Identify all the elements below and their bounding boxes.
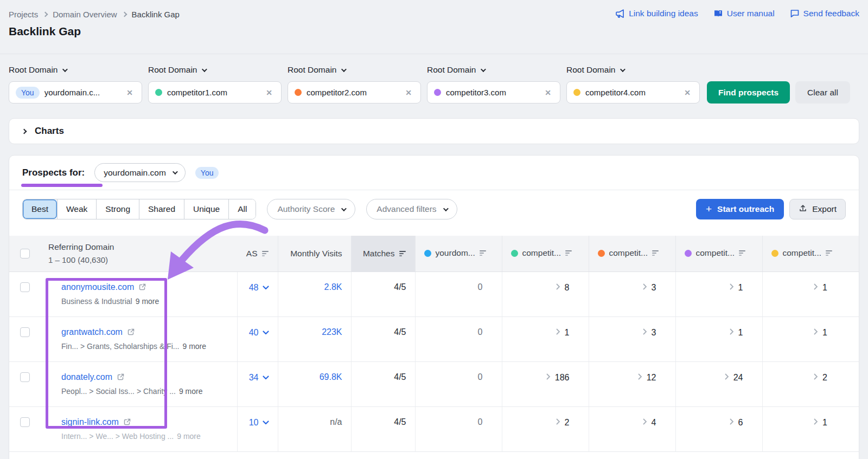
remove-domain-icon[interactable]: ✕ — [542, 87, 553, 98]
yourdomain-column-header[interactable]: yourdom... — [424, 248, 487, 258]
sort-icon[interactable] — [739, 250, 746, 256]
tab-all[interactable]: All — [228, 199, 256, 219]
advanced-filters-dropdown[interactable]: Advanced filters — [366, 199, 457, 219]
matches-column-header[interactable]: Matches — [363, 249, 406, 258]
competitor1-count[interactable]: 1 — [565, 328, 570, 337]
competitor4-count[interactable]: 2 — [822, 373, 827, 382]
sort-icon[interactable] — [480, 250, 487, 256]
domain-chip-yourdomain[interactable]: You yourdomain.c... ✕ — [9, 81, 142, 104]
clear-all-button[interactable]: Clear all — [795, 81, 850, 104]
chevron-down-icon[interactable] — [263, 372, 269, 382]
remove-domain-icon[interactable]: ✕ — [264, 87, 275, 98]
monthly-visits-value[interactable]: 2.8K — [324, 282, 342, 292]
send-feedback-link[interactable]: Send feedback — [790, 9, 859, 18]
charts-expander[interactable]: Charts — [9, 118, 859, 144]
expand-chevron-icon[interactable] — [638, 372, 642, 382]
monthly-visits-column-header[interactable]: Monthly Visits — [278, 236, 351, 271]
competitor4-count[interactable]: 1 — [822, 328, 827, 337]
select-all-checkbox[interactable] — [20, 249, 30, 258]
sort-icon[interactable] — [826, 250, 833, 256]
sort-icon[interactable] — [652, 250, 659, 256]
start-outreach-button[interactable]: + Start outreach — [696, 199, 784, 219]
expand-chevron-icon[interactable] — [725, 372, 729, 382]
export-button[interactable]: Export — [789, 199, 846, 219]
expand-chevron-icon[interactable] — [556, 327, 560, 337]
as-value[interactable]: 48 — [249, 283, 259, 292]
competitor3-count[interactable]: 24 — [733, 373, 743, 382]
referring-domain-link[interactable]: signin-link.com — [61, 417, 119, 426]
expand-chevron-icon[interactable] — [730, 327, 734, 337]
competitor4-count[interactable]: 1 — [822, 283, 827, 292]
sort-icon[interactable] — [399, 250, 406, 257]
tab-weak[interactable]: Weak — [57, 199, 96, 219]
external-link-icon[interactable] — [117, 373, 125, 383]
sort-icon[interactable] — [262, 250, 269, 257]
competitor3-count[interactable]: 1 — [738, 328, 743, 337]
as-value[interactable]: 34 — [249, 373, 259, 382]
tab-unique[interactable]: Unique — [184, 199, 228, 219]
competitor2-count[interactable]: 4 — [652, 418, 656, 427]
prospects-domain-select[interactable]: yourdomain.com — [94, 163, 186, 182]
expand-chevron-icon[interactable] — [814, 282, 818, 292]
expand-chevron-icon[interactable] — [814, 372, 818, 382]
root-domain-dropdown[interactable]: Root Domain — [9, 65, 142, 75]
tab-best[interactable]: Best — [23, 199, 57, 219]
expand-chevron-icon[interactable] — [546, 372, 551, 382]
expand-chevron-icon[interactable] — [643, 417, 647, 426]
user-manual-link[interactable]: User manual — [713, 9, 775, 18]
more-categories-link[interactable]: 9 more — [179, 387, 203, 396]
root-domain-dropdown[interactable]: Root Domain — [427, 65, 560, 75]
row-checkbox[interactable] — [20, 372, 30, 382]
expand-chevron-icon[interactable] — [556, 417, 560, 426]
domain-chip-competitor4[interactable]: competitor4.com ✕ — [566, 81, 700, 104]
domain-chip-competitor1[interactable]: competitor1.com ✕ — [148, 81, 282, 104]
domain-chip-competitor3[interactable]: competitor3.com ✕ — [427, 81, 560, 104]
competitor3-count[interactable]: 1 — [738, 283, 743, 292]
referring-domain-link[interactable]: donately.com — [61, 372, 112, 382]
chevron-down-icon[interactable] — [263, 327, 269, 337]
monthly-visits-value[interactable]: 223K — [322, 327, 342, 337]
remove-domain-icon[interactable]: ✕ — [682, 87, 693, 98]
external-link-icon[interactable] — [123, 418, 131, 428]
as-value[interactable]: 10 — [249, 418, 259, 427]
chevron-down-icon[interactable] — [263, 417, 269, 426]
competitor1-count[interactable]: 8 — [565, 283, 570, 292]
competitor4-column-header[interactable]: competit... — [771, 248, 833, 258]
competitor1-count[interactable]: 2 — [565, 418, 570, 427]
competitor2-count[interactable]: 3 — [652, 283, 656, 292]
more-categories-link[interactable]: 9 more — [182, 342, 206, 351]
root-domain-dropdown[interactable]: Root Domain — [566, 65, 700, 75]
more-categories-link[interactable]: 9 more — [177, 432, 201, 441]
breadcrumb-projects[interactable]: Projects — [9, 10, 38, 19]
external-link-icon[interactable] — [138, 283, 146, 293]
row-checkbox[interactable] — [20, 327, 30, 337]
remove-domain-icon[interactable]: ✕ — [403, 87, 414, 98]
domain-chip-competitor2[interactable]: competitor2.com ✕ — [288, 81, 421, 104]
expand-chevron-icon[interactable] — [643, 282, 647, 292]
root-domain-dropdown[interactable]: Root Domain — [288, 65, 421, 75]
row-checkbox[interactable] — [20, 282, 30, 292]
expand-chevron-icon[interactable] — [814, 327, 818, 337]
competitor3-count[interactable]: 6 — [738, 418, 743, 427]
as-column-header[interactable]: AS — [246, 249, 269, 258]
expand-chevron-icon[interactable] — [643, 327, 647, 337]
more-categories-link[interactable]: 9 more — [136, 297, 159, 306]
row-checkbox[interactable] — [20, 417, 30, 427]
competitor1-count[interactable]: 186 — [555, 373, 570, 382]
as-value[interactable]: 40 — [249, 328, 259, 337]
monthly-visits-value[interactable]: 69.8K — [320, 372, 342, 382]
breadcrumb-domain-overview[interactable]: Domain Overview — [53, 10, 117, 19]
authority-score-filter[interactable]: Authority Score — [267, 199, 355, 219]
expand-chevron-icon[interactable] — [814, 417, 818, 426]
tab-shared[interactable]: Shared — [139, 199, 184, 219]
external-link-icon[interactable] — [127, 328, 135, 338]
expand-chevron-icon[interactable] — [730, 282, 734, 292]
referring-domain-link[interactable]: anonymousite.com — [61, 282, 134, 292]
expand-chevron-icon[interactable] — [556, 282, 560, 292]
chevron-down-icon[interactable] — [263, 282, 269, 292]
link-building-ideas-link[interactable]: Link building ideas — [615, 9, 698, 18]
competitor3-column-header[interactable]: competit... — [685, 248, 746, 258]
root-domain-dropdown[interactable]: Root Domain — [148, 65, 282, 75]
find-prospects-button[interactable]: Find prospects — [707, 81, 790, 104]
expand-chevron-icon[interactable] — [730, 417, 734, 426]
